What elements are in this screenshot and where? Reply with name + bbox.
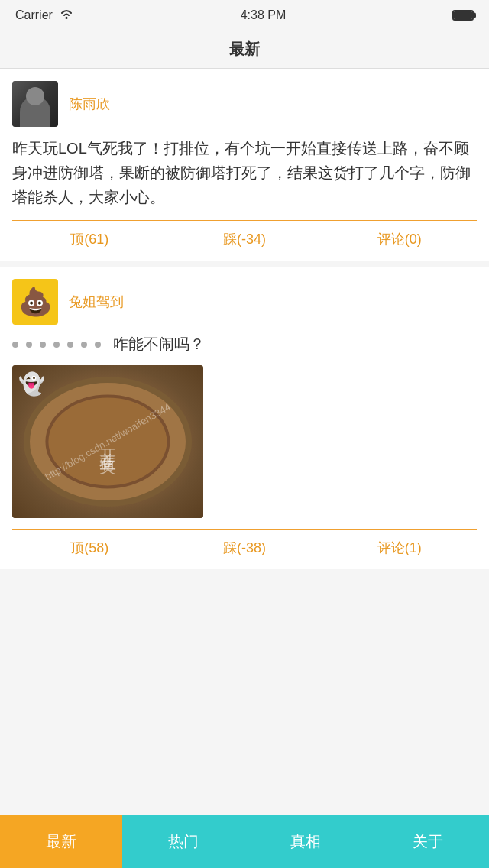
status-bar-right bbox=[452, 10, 474, 21]
dot-4 bbox=[53, 342, 60, 348]
dot-6 bbox=[81, 342, 87, 348]
username-2[interactable]: 兔姐驾到 bbox=[69, 293, 124, 311]
ghost-emoji: 👻 bbox=[18, 371, 45, 397]
post-1-text: 昨天玩LOL气死我了！打排位，有个坑一开始直接传送上路，奋不顾身冲进防御塔，果断… bbox=[12, 136, 477, 209]
wifi-icon bbox=[59, 8, 74, 23]
dot-2 bbox=[26, 342, 32, 348]
tab-truth[interactable]: 真相 bbox=[244, 815, 367, 868]
post-2-actions: 顶(58) 踩(-38) 评论(1) bbox=[12, 529, 477, 557]
avatar-2: 💩 bbox=[12, 279, 58, 325]
status-bar-left: Carrier bbox=[15, 8, 74, 23]
downvote-2[interactable]: 踩(-38) bbox=[167, 539, 322, 557]
dot-1 bbox=[12, 342, 18, 348]
comment-2[interactable]: 评论(1) bbox=[322, 539, 477, 557]
overlay-text: 开盖有奖 bbox=[96, 436, 119, 448]
tab-latest-label: 最新 bbox=[46, 831, 76, 852]
username-1[interactable]: 陈雨欣 bbox=[69, 95, 110, 113]
carrier-label: Carrier bbox=[15, 8, 53, 22]
nav-bar: 最新 bbox=[0, 31, 489, 69]
tab-hot[interactable]: 热门 bbox=[122, 815, 244, 868]
tab-truth-label: 真相 bbox=[290, 831, 321, 852]
battery-icon bbox=[452, 10, 474, 21]
dot-7 bbox=[95, 342, 101, 348]
post-image-inner: 👻 http://blog.csdn.net/woaifen3344 开盖有奖 bbox=[12, 365, 203, 518]
avatar-1 bbox=[12, 81, 58, 127]
page-title: 最新 bbox=[229, 39, 260, 60]
tab-bar: 最新 热门 真相 关于 bbox=[0, 815, 489, 868]
tab-about[interactable]: 关于 bbox=[367, 815, 489, 868]
main-content: 陈雨欣 昨天玩LOL气死我了！打排位，有个坑一开始直接传送上路，奋不顾身冲进防御… bbox=[0, 69, 489, 629]
comment-1[interactable]: 评论(0) bbox=[322, 230, 477, 248]
dots-row: 咋能不闹吗？ bbox=[12, 334, 477, 355]
post-2: 💩 兔姐驾到 咋能不闹吗？ 👻 http://blog.csdn.net/woa… bbox=[0, 267, 489, 569]
post-1-actions: 顶(61) 踩(-34) 评论(0) bbox=[12, 220, 477, 248]
upvote-1[interactable]: 顶(61) bbox=[12, 230, 167, 248]
tab-latest[interactable]: 最新 bbox=[0, 815, 122, 868]
post-2-image: 👻 http://blog.csdn.net/woaifen3344 开盖有奖 bbox=[12, 365, 203, 518]
post-2-header: 💩 兔姐驾到 bbox=[12, 279, 477, 325]
tab-about-label: 关于 bbox=[413, 831, 443, 852]
svg-point-0 bbox=[65, 17, 67, 19]
post-1: 陈雨欣 昨天玩LOL气死我了！打排位，有个坑一开始直接传送上路，奋不顾身冲进防御… bbox=[0, 69, 489, 261]
status-bar: Carrier 4:38 PM bbox=[0, 0, 489, 31]
dot-5 bbox=[67, 342, 73, 348]
upvote-2[interactable]: 顶(58) bbox=[12, 539, 167, 557]
dots-text: 咋能不闹吗？ bbox=[113, 334, 205, 355]
time-display: 4:38 PM bbox=[241, 8, 287, 22]
post-1-header: 陈雨欣 bbox=[12, 81, 477, 127]
downvote-1[interactable]: 踩(-34) bbox=[167, 230, 322, 248]
tab-hot-label: 热门 bbox=[168, 831, 199, 852]
dot-3 bbox=[40, 342, 46, 348]
